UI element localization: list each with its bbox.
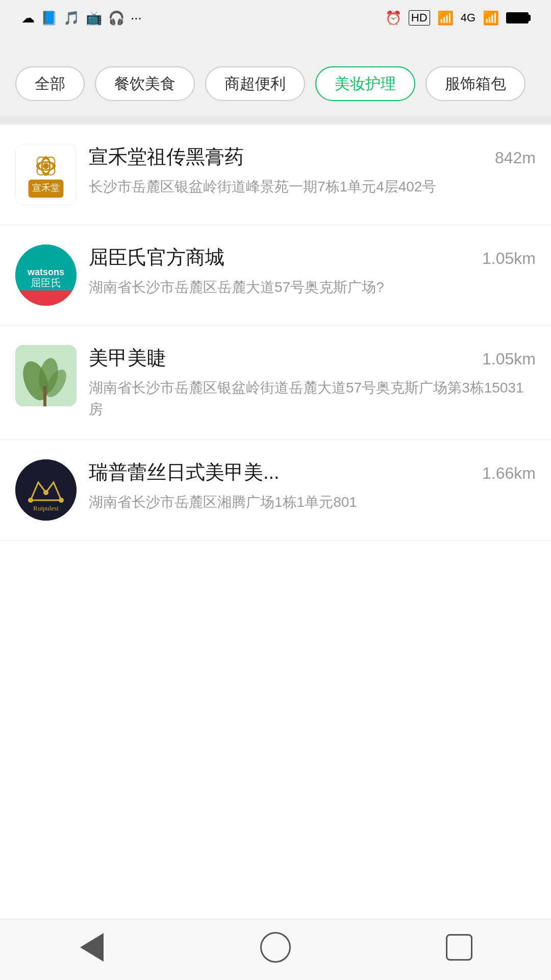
wifi-icon: 📶 [437, 10, 454, 26]
status-left: ☁ 📘 🎵 📺 🎧 ··· [15, 10, 142, 26]
weather-icon: ☁ [21, 10, 35, 26]
filter-tag-beauty[interactable]: 美妆护理 [315, 66, 415, 101]
home-icon [260, 932, 291, 963]
item-logo-watsons: watsons 屈臣氏 [15, 244, 77, 306]
app-icon-4: 🎧 [108, 10, 124, 26]
svg-rect-9 [15, 290, 77, 306]
filter-tag-all[interactable]: 全部 [15, 66, 85, 101]
recents-button[interactable] [439, 927, 480, 968]
app-icon-1: 📘 [41, 10, 57, 26]
item-info-meijia: 美甲美睫1.05km湖南省长沙市岳麓区银盆岭街道岳麓大道57号奥克斯广场第3栋1… [89, 345, 536, 420]
more-icon: ··· [131, 10, 142, 26]
item-logo-meijia [15, 345, 77, 406]
filter-tag-food[interactable]: 餐饮美食 [95, 66, 195, 101]
item-info-xuanhetang: 宣禾堂祖传黑膏药842m长沙市岳麓区银盆岭街道峰景苑一期7栋1单元4层402号 [89, 144, 536, 198]
item-header-watsons: 屈臣氏官方商城1.05km [89, 244, 536, 271]
item-distance-meijia: 1.05km [482, 350, 536, 369]
page-header [0, 36, 551, 61]
battery-icon [506, 12, 529, 23]
svg-point-5 [43, 163, 49, 169]
back-icon [80, 933, 104, 962]
item-address-ruipu: 湖南省长沙市岳麓区湘腾广场1栋1单元801 [89, 492, 536, 513]
item-name-xuanhetang: 宣禾堂祖传黑膏药 [89, 144, 244, 170]
status-right: ⏰ HD 📶 4G 📶 [385, 10, 536, 26]
item-header-meijia: 美甲美睫1.05km [89, 345, 536, 371]
item-name-watsons: 屈臣氏官方商城 [89, 244, 224, 271]
mini-program-list: 宣禾堂 宣禾堂祖传黑膏药842m长沙市岳麓区银盆岭街道峰景苑一期7栋1单元4层4… [0, 125, 551, 919]
item-distance-watsons: 1.05km [482, 249, 536, 268]
item-address-meijia: 湖南省长沙市岳麓区银盆岭街道岳麓大道57号奥克斯广场第3栋15031房 [89, 377, 536, 420]
svg-text:Ruipulesi: Ruipulesi [33, 504, 59, 512]
app-icon-2: 🎵 [63, 10, 80, 26]
filter-tag-supermarket[interactable]: 商超便利 [205, 66, 305, 101]
item-header-ruipu: 瑞普蕾丝日式美甲美...1.66km [89, 459, 536, 485]
bottom-navigation [0, 919, 551, 980]
item-info-ruipu: 瑞普蕾丝日式美甲美...1.66km湖南省长沙市岳麓区湘腾广场1栋1单元801 [89, 459, 536, 513]
filter-section: 全部餐饮美食商超便利美妆护理服饰箱包 [0, 61, 551, 116]
item-address-xuanhetang: 长沙市岳麓区银盆岭街道峰景苑一期7栋1单元4层402号 [89, 176, 536, 198]
section-divider [0, 116, 551, 125]
item-info-watsons: 屈臣氏官方商城1.05km湖南省长沙市岳麓区岳麓大道57号奥克斯广场? [89, 244, 536, 298]
svg-text:宣禾堂: 宣禾堂 [32, 183, 60, 193]
recents-icon [446, 934, 472, 961]
back-button[interactable] [71, 927, 112, 968]
item-header-xuanhetang: 宣禾堂祖传黑膏药842m [89, 144, 536, 170]
signal-icon: 📶 [483, 10, 499, 26]
home-button[interactable] [255, 927, 296, 968]
item-name-ruipu: 瑞普蕾丝日式美甲美... [89, 459, 280, 485]
hd-label: HD [409, 10, 430, 26]
item-distance-ruipu: 1.66km [482, 464, 536, 483]
svg-rect-16 [43, 386, 46, 406]
list-item[interactable]: 美甲美睫1.05km湖南省长沙市岳麓区银盆岭街道岳麓大道57号奥克斯广场第3栋1… [0, 326, 551, 440]
list-item[interactable]: watsons 屈臣氏 屈臣氏官方商城1.05km湖南省长沙市岳麓区岳麓大道57… [0, 225, 551, 326]
alarm-icon: ⏰ [385, 10, 402, 26]
svg-point-21 [43, 490, 48, 495]
item-distance-xuanhetang: 842m [495, 149, 536, 167]
4g-label: 4G [461, 11, 475, 24]
list-item[interactable]: 宣禾堂 宣禾堂祖传黑膏药842m长沙市岳麓区银盆岭街道峰景苑一期7栋1单元4层4… [0, 125, 551, 225]
filter-tag-fashion[interactable]: 服饰箱包 [425, 66, 525, 101]
item-address-watsons: 湖南省长沙市岳麓区岳麓大道57号奥克斯广场? [89, 277, 536, 298]
svg-text:watsons: watsons [27, 267, 64, 277]
item-logo-ruipu: Ruipulesi [15, 459, 77, 521]
list-item[interactable]: Ruipulesi 瑞普蕾丝日式美甲美...1.66km湖南省长沙市岳麓区湘腾广… [0, 440, 551, 541]
svg-point-19 [28, 498, 33, 503]
item-name-meijia: 美甲美睫 [89, 345, 166, 371]
svg-point-20 [59, 498, 64, 503]
svg-text:屈臣氏: 屈臣氏 [31, 277, 61, 288]
app-icon-3: 📺 [86, 10, 102, 26]
item-logo-xuanhetang: 宣禾堂 [15, 144, 77, 205]
status-bar: ☁ 📘 🎵 📺 🎧 ··· ⏰ HD 📶 4G 📶 [0, 0, 551, 36]
